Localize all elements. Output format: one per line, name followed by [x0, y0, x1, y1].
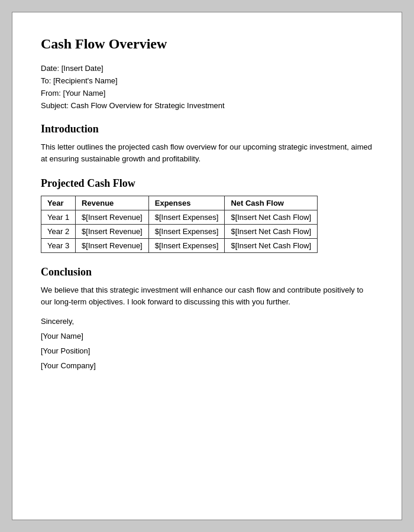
from-line: From: [Your Name]: [41, 89, 373, 98]
conclusion-section: Conclusion We believe that this strategi…: [41, 266, 373, 370]
document-page: Cash Flow Overview Date: [Insert Date] T…: [12, 12, 402, 520]
table-cell-r3-c3: $[Insert Expenses]: [148, 239, 225, 253]
table-row: Year 2$[Insert Revenue]$[Insert Expenses…: [41, 225, 318, 239]
meta-section: Date: [Insert Date] To: [Recipient's Nam…: [41, 64, 373, 110]
projected-cash-flow-heading: Projected Cash Flow: [41, 177, 373, 190]
col-header-expenses: Expenses: [148, 196, 225, 210]
date-line: Date: [Insert Date]: [41, 64, 373, 73]
sincerely-line: Sincerely,: [41, 317, 373, 326]
signer-company: [Your Company]: [41, 361, 373, 370]
col-header-revenue: Revenue: [76, 196, 149, 210]
signer-name: [Your Name]: [41, 332, 373, 340]
table-cell-r3-c4: $[Insert Net Cash Flow]: [225, 239, 318, 253]
table-cell-r2-c2: $[Insert Revenue]: [76, 225, 149, 239]
introduction-heading: Introduction: [41, 123, 373, 135]
table-cell-r1-c4: $[Insert Net Cash Flow]: [225, 210, 318, 225]
document-title: Cash Flow Overview: [41, 36, 373, 52]
table-row: Year 3$[Insert Revenue]$[Insert Expenses…: [41, 239, 318, 253]
table-row: Year 1$[Insert Revenue]$[Insert Expenses…: [41, 210, 318, 225]
table-cell-r2-c1: Year 2: [41, 225, 76, 239]
signer-position: [Your Position]: [41, 346, 373, 355]
col-header-net-cash-flow: Net Cash Flow: [225, 196, 318, 210]
table-cell-r1-c3: $[Insert Expenses]: [148, 210, 225, 225]
table-cell-r1-c1: Year 1: [41, 210, 76, 225]
table-cell-r3-c2: $[Insert Revenue]: [76, 239, 149, 253]
conclusion-heading: Conclusion: [41, 266, 373, 278]
table-cell-r2-c4: $[Insert Net Cash Flow]: [225, 225, 318, 239]
table-header-row: Year Revenue Expenses Net Cash Flow: [41, 196, 318, 210]
conclusion-body: We believe that this strategic investmen…: [41, 284, 373, 307]
introduction-body: This letter outlines the projected cash …: [41, 141, 373, 164]
cash-flow-table: Year Revenue Expenses Net Cash Flow Year…: [41, 196, 318, 253]
table-cell-r3-c1: Year 3: [41, 239, 76, 253]
signature-block: Sincerely, [Your Name] [Your Position] […: [41, 317, 373, 370]
col-header-year: Year: [41, 196, 76, 210]
to-line: To: [Recipient's Name]: [41, 76, 373, 85]
subject-line: Subject: Cash Flow Overview for Strategi…: [41, 101, 373, 110]
table-cell-r1-c2: $[Insert Revenue]: [76, 210, 149, 225]
table-cell-r2-c3: $[Insert Expenses]: [148, 225, 225, 239]
